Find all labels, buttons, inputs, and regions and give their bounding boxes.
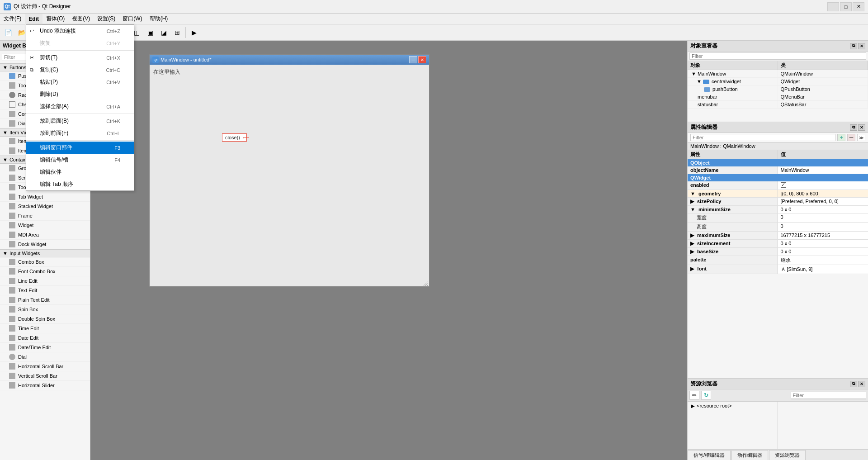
- widget-timeedit[interactable]: Time Edit: [0, 324, 90, 333]
- dd-paste[interactable]: 粘贴(P) Ctrl+V: [26, 76, 134, 88]
- prop-subrow-width[interactable]: 宽度 0: [688, 213, 868, 223]
- dw-minimize[interactable]: ─: [409, 56, 417, 63]
- obj-centralwidget-class: QWidget: [778, 78, 868, 85]
- close-button[interactable]: ✕: [853, 2, 864, 11]
- dd-copy[interactable]: ⧉ 复制(C) Ctrl+C: [26, 64, 134, 76]
- widget-combobox[interactable]: Combo Box: [0, 257, 90, 267]
- obj-row-menubar[interactable]: menubar QMenuBar: [688, 93, 868, 101]
- maximize-button[interactable]: □: [840, 2, 852, 11]
- dd-editsignals[interactable]: 编辑信号/槽 F4: [26, 154, 134, 166]
- property-more-btn[interactable]: ≫: [857, 134, 865, 141]
- prop-row-palette[interactable]: palette 继承: [688, 256, 868, 265]
- category-input[interactable]: ▼ Input Widgets: [0, 249, 90, 257]
- dd-editwidgets-shortcut: F3: [114, 145, 120, 151]
- dd-edittab[interactable]: 编辑 Tab 顺序: [26, 178, 134, 190]
- prop-row-geometry[interactable]: ▼ geometry [(0, 0), 800 x 600]: [688, 190, 868, 198]
- widget-dial[interactable]: Dial: [0, 352, 90, 362]
- menu-edit[interactable]: Edit: [25, 14, 42, 24]
- menu-window2[interactable]: 窗口(W): [119, 14, 146, 24]
- menu-window[interactable]: 窗体(O): [42, 14, 68, 24]
- resource-edit-btn[interactable]: ✏: [689, 391, 699, 400]
- widget-tabwidget[interactable]: Tab Widget: [0, 192, 90, 202]
- tab-signals[interactable]: 信号/槽编辑器: [688, 450, 731, 460]
- dw-close[interactable]: ✕: [418, 56, 426, 63]
- prop-row-font[interactable]: ▶ font Ａ [SimSun, 9]: [688, 265, 868, 274]
- resource-filter-input[interactable]: [791, 392, 867, 399]
- prop-row-sizepolicy[interactable]: ▶ sizePolicy [Preferred, Preferred, 0, 0…: [688, 198, 868, 206]
- menu-help[interactable]: 帮助(H): [146, 14, 172, 24]
- menu-file[interactable]: 文件(F): [0, 14, 25, 24]
- resize-handle[interactable]: [424, 281, 428, 285]
- obj-row-statusbar[interactable]: statusbar QStatusBar: [688, 101, 868, 109]
- resource-refresh-btn[interactable]: ↻: [701, 391, 711, 400]
- dd-editbuddy[interactable]: 编辑伙伴: [26, 166, 134, 178]
- property-filter-input[interactable]: [690, 134, 835, 141]
- property-remove-btn[interactable]: ─: [847, 134, 855, 141]
- oi-float[interactable]: ⧉: [850, 43, 857, 49]
- rb-float[interactable]: ⧉: [850, 381, 857, 387]
- toolbar-layout9[interactable]: ⊞: [171, 26, 184, 39]
- enabled-checkbox[interactable]: [781, 182, 786, 188]
- widget-stackedwidget[interactable]: Stacked Widget: [0, 202, 90, 211]
- widget-hscrollbar[interactable]: Horizontal Scroll Bar: [0, 362, 90, 371]
- stackedwidget-icon: [9, 203, 15, 209]
- rb-close[interactable]: ✕: [858, 381, 865, 387]
- obj-centralwidget-name: ▼ centralwidget: [688, 78, 778, 85]
- dd-selectall[interactable]: 选择全部(A) Ctrl+A: [26, 100, 134, 113]
- menu-settings[interactable]: 设置(S): [94, 14, 119, 24]
- prop-objectname-value: MainWindow: [778, 166, 868, 174]
- widget-doublespinbox[interactable]: Double Spin Box: [0, 314, 90, 324]
- widget-vscrollbar[interactable]: Vertical Scroll Bar: [0, 371, 90, 381]
- widget-spinbox[interactable]: Spin Box: [0, 305, 90, 314]
- widget-frame[interactable]: Frame: [0, 211, 90, 221]
- dd-cut[interactable]: ✂ 剪切(T) Ctrl+X: [26, 52, 134, 64]
- prop-row-objectname[interactable]: objectName MainWindow: [688, 166, 868, 174]
- resize-icon: [424, 281, 428, 286]
- dd-editwidgets[interactable]: 编辑窗口部件 F3: [26, 142, 134, 154]
- dd-paste-label: 粘贴(P): [40, 78, 58, 86]
- prop-row-enabled[interactable]: enabled: [688, 181, 868, 190]
- dialogbox-icon: [9, 120, 15, 127]
- tab-resources[interactable]: 资源浏览器: [769, 450, 806, 460]
- prop-row-minsize[interactable]: ▼ minimumSize 0 x 0: [688, 206, 868, 213]
- dd-undo[interactable]: ↩ Undo 添加连接 Ctrl+Z: [26, 25, 134, 37]
- prop-row-sizeincrement[interactable]: ▶ sizeIncrement 0 x 0: [688, 240, 868, 248]
- oi-close[interactable]: ✕: [858, 43, 865, 49]
- prop-row-basesize[interactable]: ▶ baseSize 0 x 0: [688, 248, 868, 256]
- widget-textedit[interactable]: Text Edit: [0, 286, 90, 295]
- widget-plaintextedit[interactable]: Plain Text Edit: [0, 295, 90, 305]
- pe-close[interactable]: ✕: [858, 124, 865, 131]
- prop-subrow-height[interactable]: 高度 0: [688, 223, 868, 232]
- toolbar-new[interactable]: 📄: [2, 26, 14, 39]
- widget-dockwidget[interactable]: Dock Widget: [0, 240, 90, 249]
- widget-mdiarea[interactable]: MDI Area: [0, 230, 90, 240]
- property-filter-bar: + ─ ≫: [688, 133, 868, 142]
- widget-dateedit[interactable]: Date Edit: [0, 333, 90, 343]
- property-add-btn[interactable]: +: [837, 134, 845, 141]
- widget-fontcombobox[interactable]: Font Combo Box: [0, 267, 90, 276]
- dd-redo[interactable]: 恢复 Ctrl+Y: [26, 37, 134, 49]
- toolbar-layout7[interactable]: ▣: [144, 26, 156, 39]
- toolbar-layout8[interactable]: ◪: [157, 26, 170, 39]
- dd-sendback[interactable]: 放到后面(B) Ctrl+K: [26, 115, 134, 127]
- prop-minsize-name: ▼ minimumSize: [688, 206, 778, 213]
- tab-actions[interactable]: 动作编辑器: [731, 450, 768, 460]
- toolbar-preview[interactable]: ▶: [188, 26, 200, 39]
- menu-view[interactable]: 视图(V): [68, 14, 94, 24]
- widget-label: Horizontal Scroll Bar: [18, 364, 63, 369]
- widget-widget[interactable]: Widget: [0, 221, 90, 230]
- obj-row-mainwindow[interactable]: ▼ MainWindow QMainWindow: [688, 70, 868, 78]
- dd-delete[interactable]: 删除(D): [26, 88, 134, 100]
- minimize-button[interactable]: ─: [827, 2, 839, 11]
- widget-datetimeedit[interactable]: Date/Time Edit: [0, 343, 90, 352]
- dd-redo-label: 恢复: [40, 39, 51, 47]
- prop-row-maxsize[interactable]: ▶ maximumSize 16777215 x 16777215: [688, 232, 868, 240]
- object-filter-input[interactable]: [689, 52, 866, 60]
- resource-root-item[interactable]: ▶ <resource root>: [688, 402, 778, 410]
- widget-hslider[interactable]: Horizontal Slider: [0, 381, 90, 390]
- widget-lineedit[interactable]: Line Edit: [0, 276, 90, 286]
- obj-row-pushbutton[interactable]: pushButton QPushButton: [688, 85, 868, 93]
- pe-float[interactable]: ⧉: [850, 124, 857, 131]
- obj-row-centralwidget[interactable]: ▼ centralwidget QWidget: [688, 78, 868, 85]
- dd-bringfront[interactable]: 放到前面(F) Ctrl+L: [26, 127, 134, 139]
